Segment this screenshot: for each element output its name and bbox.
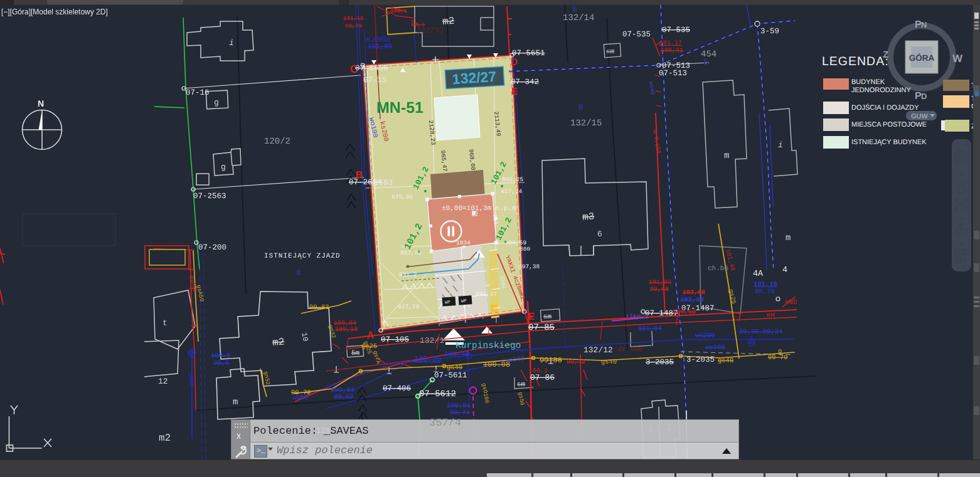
svg-text:6: 6 — [597, 229, 602, 239]
svg-text:gs40: gs40 — [447, 364, 462, 372]
svg-text:98,79: 98,79 — [755, 288, 775, 296]
svg-text:954: 954 — [491, 214, 499, 224]
svg-text:BUDYNEK: BUDYNEK — [851, 78, 885, 86]
svg-text:07-406: 07-406 — [383, 384, 411, 393]
svg-text:3-2035: 3-2035 — [686, 355, 715, 364]
svg-text:B: B — [296, 268, 301, 278]
svg-text:101,04: 101,04 — [638, 325, 662, 333]
svg-text:675,96: 675,96 — [391, 194, 413, 201]
svg-text:07-5651: 07-5651 — [512, 49, 545, 58]
svg-text:m: m — [786, 233, 791, 243]
svg-text:t: t — [162, 318, 168, 328]
svg-text:g: g — [778, 348, 782, 355]
svg-text:931,2: 931,2 — [399, 271, 417, 278]
svg-text:07-5612: 07-5612 — [419, 389, 456, 399]
svg-text:99,72: 99,72 — [567, 359, 585, 366]
svg-text:07-535: 07-535 — [622, 30, 651, 39]
svg-text:A: A — [367, 330, 375, 341]
svg-text:ws200: ws200 — [695, 332, 715, 340]
svg-text:99,68: 99,68 — [650, 286, 669, 293]
svg-text:E: E — [528, 312, 535, 322]
svg-text:B: B — [572, 4, 577, 14]
svg-text:07-105: 07-105 — [381, 335, 409, 344]
svg-text:1034: 1034 — [456, 239, 471, 246]
svg-text:100,40: 100,40 — [444, 351, 469, 359]
svg-text:1200: 1200 — [499, 275, 506, 288]
svg-text:132/12: 132/12 — [583, 345, 613, 355]
svg-text:5m: 5m — [351, 350, 360, 357]
svg-text:m: m — [233, 397, 238, 407]
svg-text:WP: WP — [445, 300, 450, 306]
svg-text:N: N — [921, 20, 927, 29]
svg-text:i: i — [229, 38, 234, 48]
svg-text:LEGENDA:: LEGENDA: — [822, 55, 889, 68]
svg-text:102,68: 102,68 — [683, 290, 705, 296]
svg-text:D: D — [511, 57, 518, 68]
svg-text:MN-51: MN-51 — [376, 99, 423, 117]
svg-text:DOJŚCIA I DOJAZDY: DOJŚCIA I DOJAZDY — [851, 103, 919, 112]
svg-text:100,25: 100,25 — [414, 355, 441, 364]
svg-text:3-59: 3-59 — [760, 27, 779, 36]
svg-text:101,12: 101,12 — [680, 296, 704, 304]
svg-text:100,50: 100,50 — [673, 309, 696, 316]
svg-text:417,24: 417,24 — [501, 188, 523, 195]
svg-text:132/27: 132/27 — [452, 68, 497, 87]
svg-text:m2: m2 — [159, 432, 171, 444]
svg-text:891,37: 891,37 — [476, 291, 497, 298]
svg-text:120/2: 120/2 — [264, 137, 290, 147]
svg-text:m: m — [724, 151, 729, 161]
svg-text:B: B — [703, 58, 708, 67]
svg-text:99-72: 99-72 — [291, 389, 311, 397]
svg-text:101,18: 101,18 — [754, 281, 777, 288]
svg-text:99,5: 99,5 — [213, 360, 229, 367]
svg-text:jlkp21: jlkp21 — [624, 313, 649, 321]
svg-text:MIEJSCA POSTOJOWE: MIEJSCA POSTOJOWE — [851, 121, 927, 128]
svg-text:07-2563: 07-2563 — [193, 192, 226, 201]
svg-text:Kurpinskiego: Kurpinskiego — [455, 341, 521, 351]
svg-text:g: g — [221, 162, 226, 172]
svg-text:99,35 99,24: 99,35 99,24 — [739, 328, 782, 336]
svg-text:g: g — [214, 98, 219, 107]
svg-text:937,79: 937,79 — [398, 303, 420, 310]
svg-text:gs25: gs25 — [361, 343, 377, 350]
svg-text:99,76: 99,76 — [345, 23, 362, 29]
svg-text:gs40: gs40 — [718, 357, 733, 365]
svg-text:ISTNIEJĄCY ZJAZD: ISTNIEJĄCY ZJAZD — [264, 253, 341, 260]
svg-text:gs40: gs40 — [601, 359, 617, 366]
svg-text:ch.b6: ch.b6 — [708, 265, 728, 273]
svg-text:i: i — [778, 140, 783, 150]
svg-text:eND: eND — [785, 299, 797, 307]
svg-text:sm: sm — [517, 381, 526, 389]
svg-text:07-535: 07-535 — [662, 26, 690, 34]
svg-text:sm: sm — [543, 313, 552, 321]
svg-text:99-83: 99-83 — [309, 304, 329, 312]
svg-text:GÓRA: GÓRA — [909, 53, 935, 63]
svg-text:100.08: 100.08 — [483, 360, 510, 369]
svg-text:JEDNORODZINNY: JEDNORODZINNY — [851, 86, 911, 94]
svg-text:dr 500: dr 500 — [618, 346, 643, 354]
svg-text:eH: eH — [767, 312, 775, 320]
svg-text:99,52: 99,52 — [334, 394, 354, 401]
svg-text:07-3650: 07-3650 — [355, 64, 388, 73]
svg-text:101,17: 101,17 — [659, 40, 682, 47]
svg-text:07-342: 07-342 — [511, 78, 539, 86]
svg-text:101,05: 101,05 — [368, 43, 393, 51]
svg-text:W: W — [952, 53, 963, 65]
svg-text:100,10: 100,10 — [335, 327, 358, 333]
svg-text:ISTNIEJĄCY BUDYNEK: ISTNIEJĄCY BUDYNEK — [851, 139, 927, 146]
svg-text:3-2035: 3-2035 — [646, 358, 674, 367]
svg-text:132/1: 132/1 — [420, 336, 444, 345]
svg-text:E: E — [511, 86, 518, 97]
svg-text:07-16: 07-16 — [186, 88, 210, 97]
svg-text:m2: m2 — [442, 16, 454, 28]
svg-text:100,8: 100,8 — [211, 352, 231, 360]
svg-text:m3: m3 — [582, 211, 594, 223]
svg-text:10: 10 — [299, 332, 309, 342]
svg-text:132/27: 132/27 — [432, 212, 461, 222]
svg-text:w wo250: w wo250 — [366, 36, 390, 42]
svg-text:105,1: 105,1 — [390, 8, 407, 14]
svg-text:±0,00=101,3m n.p.m: ±0,00=101,3m n.p.m — [442, 205, 516, 212]
svg-text:B: B — [356, 170, 363, 181]
svg-text:99,74: 99,74 — [450, 409, 470, 417]
svg-text:4: 4 — [782, 266, 787, 275]
